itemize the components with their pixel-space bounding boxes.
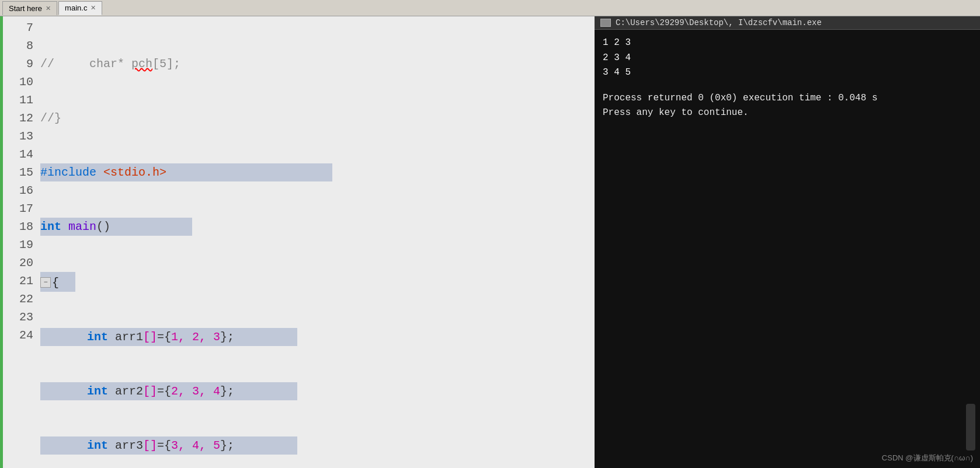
- line-num-23: 23: [5, 308, 33, 326]
- code-line-14: int arr3[]={3, 4, 5};: [40, 439, 297, 452]
- tab-start-here[interactable]: Start here ✕: [2, 1, 57, 15]
- line-num-16: 16: [5, 181, 33, 200]
- code-line-10: int main(): [40, 220, 192, 233]
- line-num-17: 17: [5, 200, 33, 218]
- code-line-7: // char* pch[5];: [40, 57, 180, 71]
- csdn-watermark: CSDN @谦虚斯帕克(∩ω∩): [882, 453, 973, 463]
- line-num-14: 14: [5, 145, 33, 163]
- line-num-24: 24: [5, 326, 33, 344]
- line-num-8: 8: [5, 37, 33, 55]
- tab-main-c[interactable]: main.c ✕: [58, 1, 102, 15]
- line-num-9: 9: [5, 55, 33, 73]
- terminal-output-line2: 2 3 4: [603, 51, 972, 66]
- code-line-8: //}: [40, 111, 61, 125]
- tab-main-c-label: main.c: [65, 4, 87, 12]
- line-num-15: 15: [5, 163, 33, 181]
- line-num-18: 18: [5, 218, 33, 236]
- code-line-11: −{: [40, 274, 75, 288]
- terminal-output-line3: 3 4 5: [603, 65, 972, 81]
- terminal-titlebar: C:\Users\29299\Desktop\, I\dzscfv\main.e…: [595, 16, 980, 30]
- terminal-title: C:\Users\29299\Desktop\, I\dzscfv\main.e…: [616, 18, 822, 27]
- terminal-status: Process returned 0 (0x0) execution time …: [603, 91, 972, 106]
- tab-start-here-label: Start here: [9, 4, 42, 13]
- terminal-pane: C:\Users\29299\Desktop\, I\dzscfv\main.e…: [595, 16, 980, 468]
- code-line-13: int arr2[]={2, 3, 4};: [40, 385, 297, 398]
- code-content[interactable]: // char* pch[5]; //} #include <stdio.h> …: [38, 16, 595, 468]
- code-line-12: int arr1[]={1, 2, 3};: [40, 330, 297, 344]
- terminal-body: 1 2 3 2 3 4 3 4 5 Process returned 0 (0x…: [595, 30, 980, 468]
- line-numbers: 7 8 9 10 11 12 13 14 15 16 17 18 19 20 2…: [3, 16, 38, 468]
- line-num-20: 20: [5, 254, 33, 272]
- tab-bar: Start here ✕ main.c ✕: [0, 0, 980, 16]
- line-num-19: 19: [5, 236, 33, 254]
- line-num-7: 7: [5, 19, 33, 37]
- fold-marker-11[interactable]: −: [40, 277, 51, 288]
- line-num-11: 11: [5, 91, 33, 109]
- terminal-status-text: Process returned 0 (0x0) execution time …: [603, 93, 877, 103]
- main-area: 7 8 9 10 11 12 13 14 15 16 17 18 19 20 2…: [0, 16, 980, 468]
- code-line-9: #include <stdio.h>: [40, 166, 332, 179]
- line-num-21: 21: [5, 272, 33, 290]
- terminal-prompt-text: Press any key to continue.: [603, 107, 749, 118]
- tab-start-here-close[interactable]: ✕: [46, 5, 51, 12]
- terminal-win-icon: [600, 19, 611, 27]
- line-num-12: 12: [5, 109, 33, 127]
- terminal-scrollbar[interactable]: [966, 404, 975, 450]
- line-num-10: 10: [5, 73, 33, 91]
- terminal-prompt: Press any key to continue.: [603, 106, 972, 121]
- line-num-22: 22: [5, 290, 33, 308]
- editor-pane: 7 8 9 10 11 12 13 14 15 16 17 18 19 20 2…: [0, 16, 595, 468]
- terminal-output-line1: 1 2 3: [603, 36, 972, 51]
- code-container: 7 8 9 10 11 12 13 14 15 16 17 18 19 20 2…: [0, 16, 595, 468]
- line-num-13: 13: [5, 127, 33, 145]
- tab-main-c-close[interactable]: ✕: [91, 4, 96, 12]
